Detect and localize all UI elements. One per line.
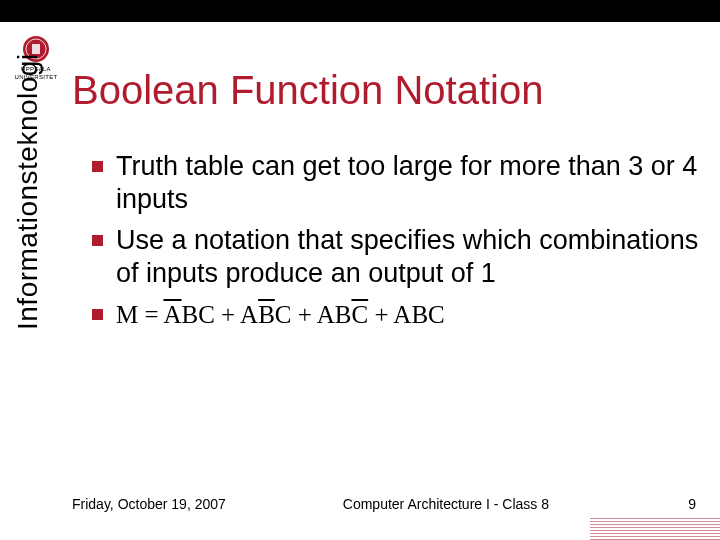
content-area: Truth table can get too large for more t… [88,150,700,339]
slide: UPPSALA UNIVERSITET Boolean Function Not… [0,0,720,540]
top-band [0,0,720,22]
footer-date: Friday, October 19, 2007 [72,496,226,512]
slide-title: Boolean Function Notation [72,68,700,113]
bullet-item: Truth table can get too large for more t… [88,150,700,216]
bullet-text: Truth table can get too large for more t… [116,151,697,214]
bullet-formula: M = ABC + ABC + ABC + ABC [88,298,700,331]
bullet-item: Use a notation that specifies which comb… [88,224,700,290]
sidebar-label: Informationsteknologi [12,53,44,330]
bullet-text: Use a notation that specifies which comb… [116,225,698,288]
decorative-stripes [590,508,720,540]
formula-expression: M = ABC + ABC + ABC + ABC [116,297,445,328]
